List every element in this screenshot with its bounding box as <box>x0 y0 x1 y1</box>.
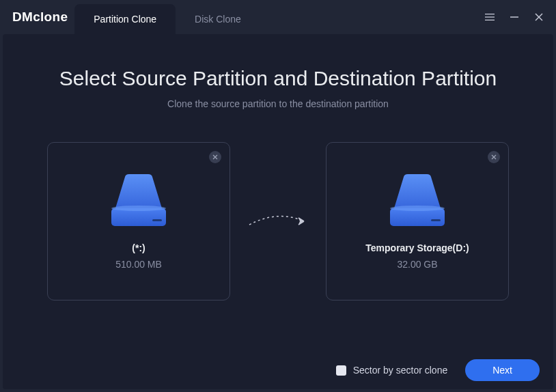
title-bar: DMclone Partition Clone Disk Clone <box>0 0 556 34</box>
menu-icon[interactable] <box>485 12 495 22</box>
destination-partition-card[interactable]: Temporary Storage(D:) 32.00 GB <box>326 142 509 300</box>
destination-partition-name: Temporary Storage(D:) <box>365 242 469 253</box>
sector-by-sector-label: Sector by sector clone <box>353 365 448 376</box>
main-area: Select Source Partition and Destination … <box>3 34 553 389</box>
app-logo: DMclone <box>12 10 68 25</box>
next-button[interactable]: Next <box>465 359 540 381</box>
minimize-icon[interactable] <box>510 12 519 22</box>
page-subtitle: Clone the source partition to the destin… <box>3 98 553 109</box>
source-partition-size: 510.00 MB <box>115 259 162 270</box>
destination-partition-size: 32.00 GB <box>397 259 437 270</box>
tab-disk-clone[interactable]: Disk Clone <box>176 4 260 34</box>
checkbox-box[interactable] <box>336 365 346 376</box>
tab-partition-clone[interactable]: Partition Clone <box>74 4 176 34</box>
drive-icon <box>107 174 170 227</box>
partition-cards-row: (*:) 510.00 MB <box>3 142 553 300</box>
drive-icon <box>386 174 449 227</box>
footer: Sector by sector clone Next <box>336 359 540 381</box>
svg-rect-16 <box>431 219 441 221</box>
close-icon[interactable] <box>534 12 544 22</box>
remove-source-icon[interactable] <box>209 151 221 163</box>
source-partition-name: (*:) <box>132 242 145 253</box>
source-partition-card[interactable]: (*:) 510.00 MB <box>47 142 230 300</box>
svg-point-15 <box>390 206 445 211</box>
page-title: Select Source Partition and Destination … <box>3 67 553 90</box>
svg-marker-11 <box>298 218 304 225</box>
sector-by-sector-checkbox[interactable]: Sector by sector clone <box>336 365 448 376</box>
arrow-icon <box>230 211 326 232</box>
svg-point-9 <box>111 206 166 211</box>
window-controls <box>485 12 544 22</box>
remove-destination-icon[interactable] <box>488 151 500 163</box>
tabs: Partition Clone Disk Clone <box>74 0 260 34</box>
svg-rect-10 <box>152 219 162 221</box>
